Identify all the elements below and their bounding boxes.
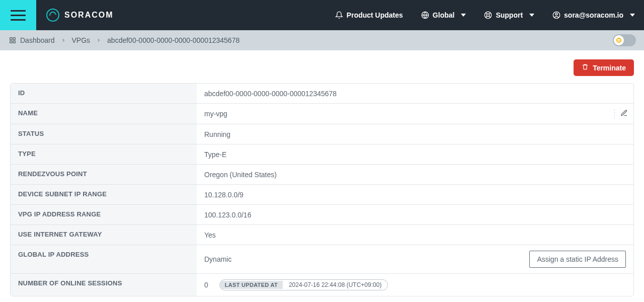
breadcrumb-bar: Dashboard VPGs abcdef00-0000-0000-0000-0… [0,30,644,50]
bell-icon [335,11,343,19]
last-updated-pill: LAST UPDATED AT 2024-07-16 22:44:08 (UTC… [219,279,388,290]
row-status: STATUS Running [11,124,633,144]
nav-support[interactable]: Support [475,0,543,30]
label-global-ip: GLOBAL IP ADDRESS [11,245,197,273]
value-status: Running [197,124,633,144]
value-rendezvous: Oregon (United States) [197,165,633,184]
nav-global[interactable]: Global [412,0,475,30]
chevron-down-icon [461,14,466,17]
svg-rect-6 [13,38,15,40]
row-vpg-ip-range: VPG IP ADDRESS RANGE 100.123.0.0/16 [11,205,633,225]
row-rendezvous: RENDEZVOUS POINT Oregon (United States) [11,165,633,185]
row-id: ID abcdef00-0000-0000-0000-000012345678 [11,84,633,104]
svg-rect-5 [10,38,12,40]
value-id: abcdef00-0000-0000-0000-000012345678 [197,84,633,103]
terminate-button[interactable]: Terminate [574,59,634,76]
value-type: Type-E [197,144,633,164]
label-name: NAME [11,104,197,124]
user-icon [552,11,560,19]
nav-global-label: Global [433,11,455,19]
trash-icon [582,63,589,72]
last-updated-value: 2024-07-16 22:44:08 (UTC+09:00) [283,280,387,289]
label-device-subnet: DEVICE SUBNET IP RANGE [11,185,197,204]
svg-point-4 [555,13,557,15]
value-use-igw: Yes [197,225,633,245]
value-name: my-vpg [204,110,227,118]
grid-icon [9,37,16,44]
edit-name-button[interactable] [614,109,633,118]
value-vpg-ip-range: 100.123.0.0/16 [197,205,633,224]
row-type: TYPE Type-E [11,144,633,165]
nav-product-updates[interactable]: Product Updates [326,0,412,30]
sun-icon [616,38,621,43]
svg-rect-7 [10,41,12,43]
label-rendezvous: RENDEZVOUS POINT [11,165,197,184]
row-use-igw: USE INTERNET GATEWAY Yes [11,225,633,245]
breadcrumb-vpgs[interactable]: VPGs [72,36,91,44]
nav-product-updates-label: Product Updates [347,11,403,19]
label-type: TYPE [11,144,197,164]
hamburger-icon [11,10,26,21]
nav-user-label: sora@soracom.io [564,11,623,19]
brand-logo-icon [46,9,59,22]
brand[interactable]: SORACOM [36,9,114,22]
vpg-details-table: ID abcdef00-0000-0000-0000-000012345678 … [10,83,634,296]
action-bar: Terminate [0,50,644,83]
chevron-down-icon [630,14,635,17]
pencil-icon [620,109,628,118]
label-vpg-ip-range: VPG IP ADDRESS RANGE [11,205,197,224]
label-status: STATUS [11,124,197,144]
svg-point-2 [487,14,490,16]
label-use-igw: USE INTERNET GATEWAY [11,225,197,245]
nav-user-menu[interactable]: sora@soracom.io [543,0,644,30]
breadcrumb-dashboard[interactable]: Dashboard [20,36,55,44]
row-global-ip: GLOBAL IP ADDRESS Dynamic Assign a stati… [11,245,633,274]
chevron-down-icon [529,14,534,17]
theme-toggle-knob [614,35,624,45]
globe-icon [421,11,429,19]
life-ring-icon [484,11,492,19]
chevron-right-icon [96,38,101,43]
theme-toggle[interactable] [613,34,636,46]
label-online-sessions: NUMBER OF ONLINE SESSIONS [11,274,197,296]
row-name: NAME my-vpg [11,104,633,124]
row-online-sessions: NUMBER OF ONLINE SESSIONS 0 LAST UPDATED… [11,274,633,296]
menu-toggle[interactable] [0,0,36,30]
top-navbar: SORACOM Product Updates Global Support [0,0,644,30]
value-online-sessions: 0 [204,281,208,289]
assign-static-ip-button[interactable]: Assign a static IP Address [529,251,626,268]
label-id: ID [11,84,197,103]
svg-rect-8 [13,41,15,43]
brand-name: SORACOM [64,11,114,20]
breadcrumb-current: abcdef00-0000-0000-0000-000012345678 [107,36,239,44]
terminate-label: Terminate [593,64,626,72]
value-device-subnet: 10.128.0.0/9 [197,185,633,204]
value-global-ip: Dynamic [204,255,231,263]
last-updated-label: LAST UPDATED AT [220,281,283,289]
row-device-subnet: DEVICE SUBNET IP RANGE 10.128.0.0/9 [11,185,633,205]
chevron-right-icon [61,38,66,43]
nav-support-label: Support [496,11,523,19]
